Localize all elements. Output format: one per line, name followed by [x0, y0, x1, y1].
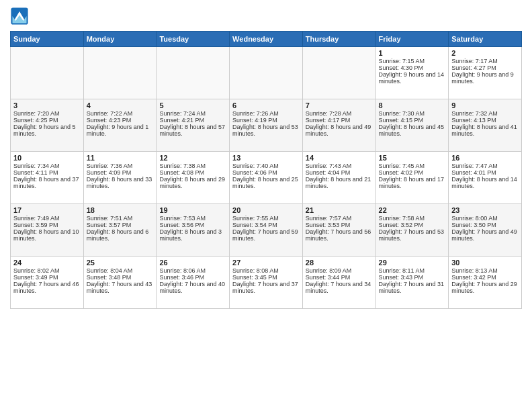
- day-info: Sunrise: 7:58 AM: [379, 215, 446, 222]
- day-number: 28: [306, 259, 373, 267]
- day-info: Sunrise: 7:47 AM: [451, 163, 519, 169]
- calendar-cell: 22Sunrise: 7:58 AMSunset: 3:52 PMDayligh…: [375, 204, 449, 257]
- day-info: Sunset: 3:48 PM: [87, 274, 154, 281]
- day-info: Daylight: 8 hours and 14 minutes.: [451, 176, 519, 189]
- day-info: Daylight: 8 hours and 29 minutes.: [159, 176, 226, 189]
- calendar-cell: [230, 47, 303, 99]
- day-info: Sunset: 3:44 PM: [306, 274, 373, 281]
- calendar-cell: 10Sunrise: 7:34 AMSunset: 4:11 PMDayligh…: [11, 152, 84, 204]
- day-number: 22: [379, 206, 446, 214]
- week-row-2: 3Sunrise: 7:20 AMSunset: 4:25 PMDaylight…: [11, 99, 522, 152]
- calendar-cell: 2Sunrise: 7:17 AMSunset: 4:27 PMDaylight…: [449, 47, 522, 99]
- day-info: Daylight: 9 hours and 1 minute.: [87, 124, 154, 137]
- day-info: Sunrise: 7:57 AM: [306, 215, 373, 222]
- day-info: Sunset: 3:49 PM: [13, 274, 81, 281]
- main-container: SundayMondayTuesdayWednesdayThursdayFrid…: [0, 0, 532, 312]
- calendar-cell: 6Sunrise: 7:26 AMSunset: 4:19 PMDaylight…: [230, 99, 303, 152]
- day-number: 7: [306, 101, 373, 109]
- day-number: 19: [159, 206, 226, 214]
- day-info: Sunset: 3:43 PM: [379, 274, 446, 281]
- day-info: Sunset: 3:50 PM: [451, 222, 519, 228]
- calendar-cell: 19Sunrise: 7:53 AMSunset: 3:56 PMDayligh…: [157, 204, 230, 257]
- day-info: Sunrise: 7:55 AM: [232, 215, 300, 222]
- day-info: Daylight: 7 hours and 40 minutes.: [159, 281, 226, 294]
- week-row-5: 24Sunrise: 8:02 AMSunset: 3:49 PMDayligh…: [11, 257, 522, 309]
- day-info: Daylight: 8 hours and 17 minutes.: [379, 176, 446, 189]
- calendar-cell: 8Sunrise: 7:30 AMSunset: 4:15 PMDaylight…: [375, 99, 449, 152]
- day-info: Sunset: 4:11 PM: [13, 169, 81, 176]
- day-number: 27: [232, 259, 300, 267]
- day-info: Sunrise: 8:04 AM: [87, 267, 154, 274]
- calendar-cell: 27Sunrise: 8:08 AMSunset: 3:45 PMDayligh…: [230, 257, 303, 309]
- calendar-cell: 28Sunrise: 8:09 AMSunset: 3:44 PMDayligh…: [302, 257, 375, 309]
- day-info: Sunrise: 7:36 AM: [87, 163, 154, 169]
- week-row-4: 17Sunrise: 7:49 AMSunset: 3:59 PMDayligh…: [11, 204, 522, 257]
- day-info: Daylight: 7 hours and 49 minutes.: [451, 228, 519, 242]
- calendar-cell: 5Sunrise: 7:24 AMSunset: 4:21 PMDaylight…: [157, 99, 230, 152]
- day-number: 12: [159, 154, 226, 162]
- day-info: Sunrise: 7:22 AM: [87, 110, 154, 117]
- calendar-cell: 18Sunrise: 7:51 AMSunset: 3:57 PMDayligh…: [83, 204, 157, 257]
- day-number: 18: [87, 206, 154, 214]
- calendar-cell: 29Sunrise: 8:11 AMSunset: 3:43 PMDayligh…: [375, 257, 449, 309]
- calendar-cell: 3Sunrise: 7:20 AMSunset: 4:25 PMDaylight…: [11, 99, 84, 152]
- calendar-cell: [11, 47, 84, 99]
- day-number: 20: [232, 206, 300, 214]
- day-info: Daylight: 9 hours and 9 minutes.: [451, 71, 519, 85]
- day-number: 10: [13, 154, 81, 162]
- day-info: Sunset: 4:23 PM: [87, 117, 154, 124]
- calendar-cell: 14Sunrise: 7:43 AMSunset: 4:04 PMDayligh…: [302, 152, 375, 204]
- day-number: 25: [87, 259, 154, 267]
- day-info: Sunset: 3:54 PM: [232, 222, 300, 228]
- day-info: Sunset: 4:21 PM: [159, 117, 226, 124]
- day-info: Sunrise: 8:13 AM: [451, 267, 519, 274]
- day-info: Daylight: 7 hours and 59 minutes.: [232, 228, 300, 242]
- day-info: Sunset: 3:59 PM: [13, 222, 81, 228]
- calendar-cell: 1Sunrise: 7:15 AMSunset: 4:30 PMDaylight…: [375, 47, 449, 99]
- calendar-cell: [302, 47, 375, 99]
- day-info: Sunset: 3:56 PM: [159, 222, 226, 228]
- day-info: Sunrise: 7:53 AM: [159, 215, 226, 222]
- day-number: 1: [379, 49, 446, 57]
- day-number: 13: [232, 154, 300, 162]
- logo: [10, 7, 32, 26]
- calendar-cell: 21Sunrise: 7:57 AMSunset: 3:53 PMDayligh…: [302, 204, 375, 257]
- day-number: 21: [306, 206, 373, 214]
- day-info: Sunset: 4:17 PM: [306, 117, 373, 124]
- calendar-cell: 25Sunrise: 8:04 AMSunset: 3:48 PMDayligh…: [83, 257, 157, 309]
- day-info: Daylight: 8 hours and 45 minutes.: [379, 124, 446, 137]
- day-info: Daylight: 8 hours and 57 minutes.: [159, 124, 226, 137]
- day-info: Sunrise: 8:11 AM: [379, 267, 446, 274]
- day-info: Sunrise: 8:09 AM: [306, 267, 373, 274]
- week-row-3: 10Sunrise: 7:34 AMSunset: 4:11 PMDayligh…: [11, 152, 522, 204]
- day-info: Sunset: 4:25 PM: [13, 117, 81, 124]
- calendar-cell: 9Sunrise: 7:32 AMSunset: 4:13 PMDaylight…: [449, 99, 522, 152]
- day-header-tuesday: Tuesday: [157, 32, 230, 47]
- day-info: Sunset: 4:06 PM: [232, 169, 300, 176]
- day-info: Sunrise: 7:32 AM: [451, 110, 519, 117]
- day-info: Sunrise: 7:45 AM: [379, 163, 446, 169]
- day-info: Sunset: 4:08 PM: [159, 169, 226, 176]
- day-info: Sunrise: 7:24 AM: [159, 110, 226, 117]
- logo-icon: [10, 7, 29, 26]
- day-info: Sunset: 3:45 PM: [232, 274, 300, 281]
- day-info: Daylight: 7 hours and 31 minutes.: [379, 281, 446, 294]
- day-number: 9: [451, 101, 519, 109]
- day-info: Daylight: 9 hours and 14 minutes.: [379, 71, 446, 85]
- day-info: Sunset: 4:19 PM: [232, 117, 300, 124]
- day-info: Sunset: 3:53 PM: [306, 222, 373, 228]
- day-info: Sunset: 4:01 PM: [451, 169, 519, 176]
- day-header-wednesday: Wednesday: [230, 32, 303, 47]
- day-info: Sunrise: 7:49 AM: [13, 215, 81, 222]
- day-number: 30: [451, 259, 519, 267]
- calendar-cell: 16Sunrise: 7:47 AMSunset: 4:01 PMDayligh…: [449, 152, 522, 204]
- day-info: Daylight: 8 hours and 33 minutes.: [87, 176, 154, 189]
- day-info: Daylight: 8 hours and 21 minutes.: [306, 176, 373, 189]
- day-info: Sunset: 3:57 PM: [87, 222, 154, 228]
- day-info: Sunset: 3:52 PM: [379, 222, 446, 228]
- day-number: 14: [306, 154, 373, 162]
- calendar-cell: 12Sunrise: 7:38 AMSunset: 4:08 PMDayligh…: [157, 152, 230, 204]
- day-info: Sunrise: 8:02 AM: [13, 267, 81, 274]
- day-info: Sunrise: 7:40 AM: [232, 163, 300, 169]
- day-number: 2: [451, 49, 519, 57]
